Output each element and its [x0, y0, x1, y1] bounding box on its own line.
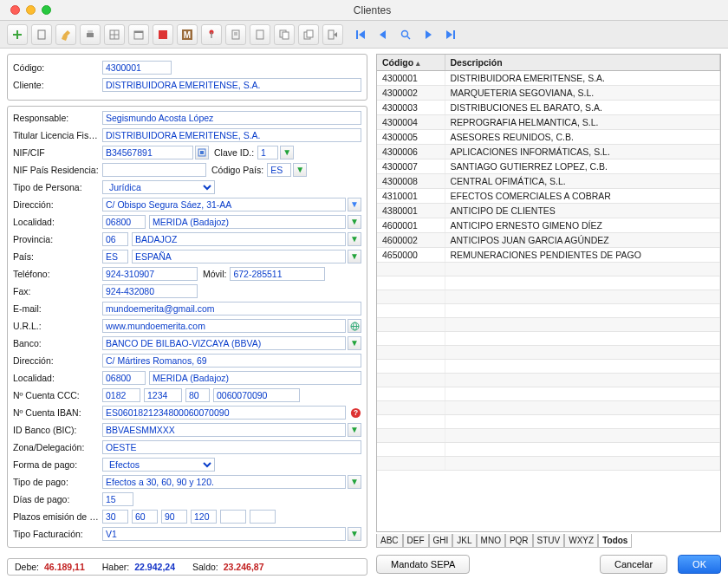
flag-icon[interactable] [201, 24, 222, 45]
email-input[interactable] [102, 302, 361, 316]
direccion-dd-icon[interactable]: ▼ [348, 198, 361, 211]
alpha-tab[interactable]: PQR [505, 534, 533, 548]
cp2-input[interactable] [102, 371, 146, 385]
table-row[interactable]: 4300007SANTIAGO GUTIERREZ LOPEZ, C.B. [377, 159, 720, 174]
titular-input[interactable] [102, 128, 361, 142]
ccc-a-input[interactable] [102, 388, 140, 402]
nif-lookup-icon[interactable] [195, 146, 209, 159]
search-icon[interactable] [397, 26, 414, 43]
nav-next-icon[interactable] [419, 26, 437, 43]
provincia-input[interactable] [132, 232, 346, 246]
table-row[interactable] [377, 346, 720, 360]
telefono-input[interactable] [102, 267, 198, 281]
table-row[interactable] [377, 457, 720, 471]
table-row[interactable] [377, 332, 720, 346]
table-row[interactable]: 4300008CENTRAL OFIMÁTICA, S.L. [377, 174, 720, 189]
pais-input[interactable] [132, 250, 346, 263]
table-row[interactable]: 4380001ANTICIPO DE CLIENTES [377, 204, 720, 218]
table-row[interactable] [377, 276, 720, 290]
tipofact-dd-icon[interactable]: ▼ [348, 527, 361, 541]
table-row[interactable] [377, 429, 720, 443]
alpha-tab[interactable]: Todos [598, 534, 632, 548]
provincia-dd-icon[interactable]: ▼ [348, 232, 361, 246]
url-input[interactable] [102, 319, 346, 333]
edit-icon[interactable] [55, 24, 76, 45]
responsable-input[interactable] [102, 111, 361, 125]
zona-input[interactable] [102, 440, 361, 454]
table-row[interactable]: 4310001EFECTOS COMERCIALES A COBRAR [377, 189, 720, 204]
direccion2-input[interactable] [102, 354, 361, 368]
cancel-button[interactable]: Cancelar [600, 555, 667, 574]
alpha-tab[interactable]: DEF [403, 534, 429, 548]
plazos-1-input[interactable] [132, 510, 158, 524]
paiscode-input[interactable] [102, 250, 128, 263]
table-row[interactable] [377, 443, 720, 457]
ccc-d-input[interactable] [213, 388, 300, 402]
add-icon[interactable] [7, 24, 28, 45]
codigopais-dd-icon[interactable]: ▼ [293, 163, 307, 177]
export-icon[interactable] [322, 24, 343, 45]
movil-input[interactable] [230, 267, 325, 281]
table-row[interactable]: 4300001DISTRIBUIDORA EMERITENSE, S.A. [377, 71, 720, 86]
nifpais-input[interactable] [102, 163, 206, 177]
alpha-tab[interactable]: MNO [477, 534, 505, 548]
table-row[interactable]: 4300005ASESORES REUNIDOS, C.B. [377, 130, 720, 145]
ok-button[interactable]: OK [678, 555, 721, 574]
table-row[interactable] [377, 304, 720, 318]
table-row[interactable]: 4600002ANTICIPOS JUAN GARCIA AGÚNDEZ [377, 233, 720, 248]
alert-red-icon[interactable] [153, 24, 173, 45]
table-row[interactable] [377, 360, 720, 374]
table-row[interactable] [377, 290, 720, 304]
plazos-2-input[interactable] [161, 510, 187, 524]
diaspago-input[interactable] [102, 492, 133, 506]
print-icon[interactable] [80, 24, 101, 45]
duplicate-icon[interactable] [298, 24, 319, 45]
nifcif-input[interactable] [102, 146, 193, 159]
globe-icon[interactable] [348, 319, 361, 333]
plazos-0-input[interactable] [102, 510, 128, 524]
mandato-button[interactable]: Mandato SEPA [376, 555, 470, 574]
alpha-tab[interactable]: JKL [452, 534, 476, 548]
tipopago-input[interactable] [102, 475, 346, 489]
provcode-input[interactable] [102, 232, 128, 246]
table-row[interactable] [377, 263, 720, 276]
tipopersona-select[interactable]: Jurídica [102, 180, 215, 194]
table-row[interactable] [377, 415, 720, 429]
table-row[interactable] [377, 318, 720, 332]
codigopais-input[interactable] [267, 163, 291, 177]
plazos-3-input[interactable] [191, 510, 217, 524]
copy-icon[interactable] [274, 24, 295, 45]
banco-dd-icon[interactable]: ▼ [348, 336, 361, 350]
grid-icon[interactable] [104, 24, 125, 45]
fax-input[interactable] [102, 284, 198, 298]
claveid-input[interactable] [257, 146, 278, 159]
plazos-4-input[interactable] [220, 510, 246, 524]
alpha-tab[interactable]: ABC [376, 534, 403, 548]
alpha-tab[interactable]: WXYZ [564, 534, 598, 548]
pais-dd-icon[interactable]: ▼ [348, 250, 361, 263]
bic-dd-icon[interactable]: ▼ [348, 423, 361, 437]
localidad-dd-icon[interactable]: ▼ [348, 215, 361, 229]
zoom-icon[interactable] [42, 5, 51, 15]
tipofact-input[interactable] [102, 527, 346, 541]
doc-icon[interactable] [250, 24, 270, 45]
col-descripcion[interactable]: Descripción [445, 55, 720, 71]
localidad-input[interactable] [149, 215, 346, 229]
localidad2-input[interactable] [149, 371, 361, 385]
cliente-input[interactable] [102, 78, 361, 92]
nav-first-icon[interactable] [352, 26, 369, 43]
calendar-icon[interactable] [128, 24, 149, 45]
alpha-tab[interactable]: GHI [429, 534, 453, 548]
table-row[interactable]: 4650000REMUNERACIONES PENDIENTES DE PAGO [377, 248, 720, 263]
note-icon[interactable] [225, 24, 246, 45]
ccc-b-input[interactable] [144, 388, 182, 402]
minimize-icon[interactable] [26, 5, 36, 15]
direccion-input[interactable] [102, 198, 346, 211]
cp-input[interactable] [102, 215, 146, 229]
nav-last-icon[interactable] [442, 26, 459, 43]
formapago-select[interactable]: Efectos [102, 458, 215, 472]
plazos-5-input[interactable] [250, 510, 276, 524]
m-icon[interactable]: M [177, 24, 198, 45]
table-row[interactable]: 4300002MARQUETERIA SEGOVIANA, S.L. [377, 86, 720, 101]
table-row[interactable]: 4300006APLICACIONES INFORMÁTICAS, S.L. [377, 145, 720, 159]
